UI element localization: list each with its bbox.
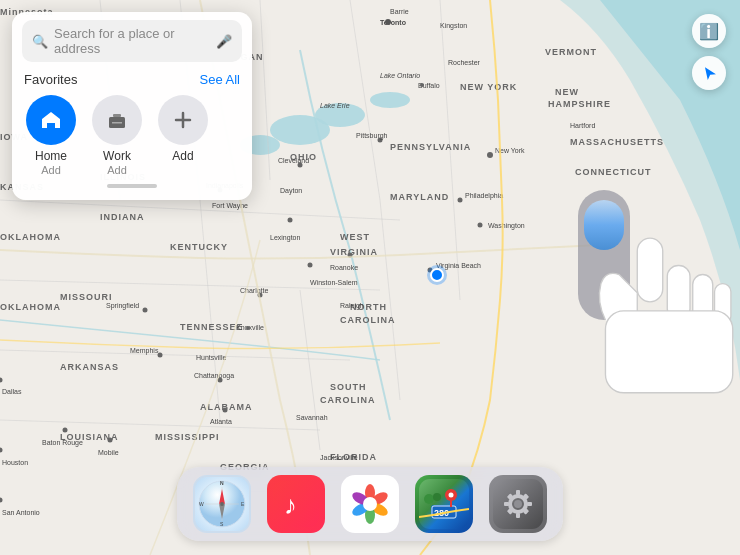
svg-point-90: [420, 83, 424, 87]
svg-text:Atlanta: Atlanta: [210, 418, 232, 425]
svg-rect-151: [527, 502, 532, 506]
svg-point-60: [143, 308, 148, 313]
svg-text:Savannah: Savannah: [296, 414, 328, 421]
svg-rect-108: [113, 114, 121, 117]
svg-point-122: [220, 502, 224, 506]
svg-text:Kingston: Kingston: [440, 22, 467, 30]
svg-text:WEST: WEST: [340, 232, 370, 242]
see-all-button[interactable]: See All: [200, 72, 240, 87]
svg-point-59: [288, 218, 293, 223]
favorite-home[interactable]: Home Add: [26, 95, 76, 176]
svg-text:W: W: [199, 501, 204, 507]
direction-icon: [700, 64, 718, 82]
dock-settings[interactable]: [489, 475, 547, 533]
home-label: Home: [35, 149, 67, 163]
svg-text:Pittsburgh: Pittsburgh: [356, 132, 388, 140]
svg-text:Lake Ontario: Lake Ontario: [380, 72, 420, 79]
microphone-icon[interactable]: 🎤: [216, 34, 232, 49]
search-placeholder[interactable]: Search for a place or address: [54, 26, 210, 56]
svg-text:San Antonio: San Antonio: [2, 509, 40, 516]
home-icon-circle: [26, 95, 76, 145]
direction-button[interactable]: [692, 56, 726, 90]
svg-text:CAROLINA: CAROLINA: [340, 315, 396, 325]
svg-rect-150: [504, 502, 509, 506]
svg-point-70: [308, 263, 313, 268]
svg-point-47: [487, 152, 493, 158]
svg-point-147: [514, 500, 522, 508]
hand-cursor: [560, 220, 740, 420]
svg-text:NEW: NEW: [555, 87, 579, 97]
svg-text:Roanoke: Roanoke: [330, 264, 358, 271]
svg-rect-109: [112, 122, 122, 124]
work-label: Work: [103, 149, 131, 163]
svg-text:ARKANSAS: ARKANSAS: [60, 362, 119, 372]
svg-point-86: [385, 19, 391, 25]
svg-text:Jacksonville: Jacksonville: [320, 454, 358, 461]
svg-text:Dayton: Dayton: [280, 187, 302, 195]
dock-music[interactable]: ♪: [267, 475, 325, 533]
svg-point-136: [363, 497, 377, 511]
svg-text:Knoxville: Knoxville: [236, 324, 264, 331]
svg-text:Chattanooga: Chattanooga: [194, 372, 234, 380]
svg-rect-116: [605, 311, 732, 393]
info-icon: ℹ️: [699, 22, 719, 41]
search-bar[interactable]: 🔍 Search for a place or address 🎤: [22, 20, 242, 62]
svg-text:Rochester: Rochester: [448, 59, 481, 66]
add-icon-circle: [158, 95, 208, 145]
svg-rect-148: [516, 490, 520, 495]
favorite-work[interactable]: Work Add: [92, 95, 142, 176]
svg-point-4: [370, 92, 410, 108]
svg-text:CONNECTICUT: CONNECTICUT: [575, 167, 652, 177]
svg-rect-149: [516, 513, 520, 518]
dock-maps[interactable]: 280: [415, 475, 473, 533]
svg-text:Philadelphia: Philadelphia: [465, 192, 503, 200]
svg-text:Lake Erie: Lake Erie: [320, 102, 350, 109]
svg-text:Houston: Houston: [2, 459, 28, 466]
svg-text:OKLAHOMA: OKLAHOMA: [0, 302, 61, 312]
favorites-list: Home Add Work Add: [22, 95, 242, 176]
work-sub: Add: [107, 164, 127, 176]
svg-text:Baton Rouge: Baton Rouge: [42, 439, 83, 447]
svg-text:INDIANA: INDIANA: [100, 212, 145, 222]
svg-text:Springfield: Springfield: [106, 302, 139, 310]
svg-text:MASSACHUSETTS: MASSACHUSETTS: [570, 137, 664, 147]
add-label: Add: [172, 149, 193, 163]
svg-text:Charlotte: Charlotte: [240, 287, 269, 294]
svg-point-144: [433, 493, 441, 501]
dock: N S E W ♪: [177, 467, 563, 541]
svg-text:KENTUCKY: KENTUCKY: [170, 242, 228, 252]
favorite-add[interactable]: Add: [158, 95, 208, 176]
panel-divider: [107, 184, 157, 188]
svg-text:Huntsville: Huntsville: [196, 354, 226, 361]
svg-point-51: [478, 223, 483, 228]
search-favorites-panel: 🔍 Search for a place or address 🎤 Favori…: [12, 12, 252, 200]
dock-safari[interactable]: N S E W: [193, 475, 251, 533]
svg-text:Cleveland: Cleveland: [278, 157, 309, 164]
svg-text:OKLAHOMA: OKLAHOMA: [0, 232, 61, 242]
svg-point-66: [223, 408, 228, 413]
search-icon: 🔍: [32, 34, 48, 49]
svg-text:VERMONT: VERMONT: [545, 47, 597, 57]
svg-text:MISSISSIPPI: MISSISSIPPI: [155, 432, 220, 442]
favorites-header: Favorites See All: [22, 72, 242, 87]
dock-photos[interactable]: [341, 475, 399, 533]
svg-text:Barrie: Barrie: [390, 8, 409, 15]
svg-text:Dallas: Dallas: [2, 388, 22, 395]
svg-text:N: N: [220, 480, 224, 486]
svg-point-49: [458, 198, 463, 203]
svg-rect-137: [419, 479, 469, 529]
svg-text:Memphis: Memphis: [130, 347, 159, 355]
svg-text:NEW YORK: NEW YORK: [460, 82, 517, 92]
svg-text:Virginia Beach: Virginia Beach: [436, 262, 481, 270]
work-icon-circle: [92, 95, 142, 145]
svg-point-142: [449, 493, 454, 498]
info-button[interactable]: ℹ️: [692, 14, 726, 48]
svg-text:CAROLINA: CAROLINA: [320, 395, 376, 405]
svg-text:♪: ♪: [284, 490, 297, 520]
svg-text:Lexington: Lexington: [270, 234, 300, 242]
svg-text:Mobile: Mobile: [98, 449, 119, 456]
svg-text:HAMPSHIRE: HAMPSHIRE: [548, 99, 611, 109]
svg-text:Toronto: Toronto: [380, 19, 406, 26]
svg-text:MISSOURI: MISSOURI: [60, 292, 113, 302]
svg-text:PENNSYLVANIA: PENNSYLVANIA: [390, 142, 471, 152]
